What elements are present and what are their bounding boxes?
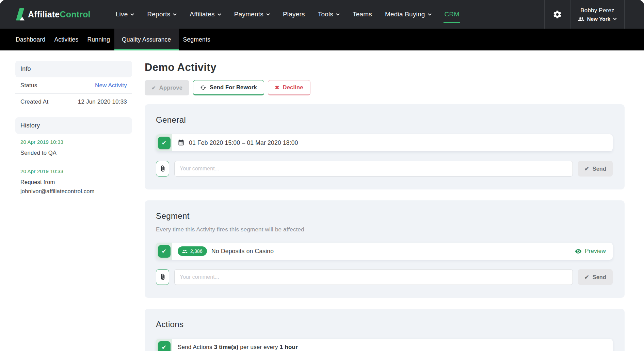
topbar-right: Bobby Perez New York xyxy=(544,0,644,29)
nav-label: Affiliates xyxy=(190,11,214,18)
send-actions-text: Send Actions3 time(s)per user every1 hou… xyxy=(178,344,300,351)
nav-item-live[interactable]: Live xyxy=(116,0,134,29)
nav-item-teams[interactable]: Teams xyxy=(353,0,372,29)
general-comment-input[interactable] xyxy=(174,161,573,177)
rework-label: Send For Rework xyxy=(210,84,257,91)
created-at-row: Created At 12 Jun 2020 10:33 xyxy=(15,94,132,110)
review-actions: ✔ Approve Send For Rework ✖ Decline xyxy=(145,80,625,95)
status-row: Status New Activity xyxy=(15,77,132,94)
general-card: General ✔ 01 Feb 2020 15:00 – 01 Mar 202… xyxy=(145,104,625,189)
check-icon: ✔ xyxy=(162,344,166,351)
decline-label: Decline xyxy=(283,84,303,91)
general-send-button[interactable]: ✔ Send xyxy=(578,161,613,177)
top-navigation-bar: AffiliateControl Live Reports Affiliates… xyxy=(0,0,644,29)
subnav-item-activities[interactable]: Activities xyxy=(50,29,83,50)
nav-label: Reports xyxy=(147,11,170,18)
approve-button[interactable]: ✔ Approve xyxy=(145,80,189,95)
activity-main: Demo Activity ✔ Approve Send For Rework … xyxy=(145,50,625,351)
send-actions-row: ✔ Send Actions3 time(s)per user every1 h… xyxy=(156,339,613,351)
nav-label: Players xyxy=(283,11,305,18)
subnav-label: Running xyxy=(87,36,110,43)
check-icon: ✔ xyxy=(162,139,166,147)
send-actions-middle: per user every xyxy=(240,344,278,350)
nav-item-crm[interactable]: CRM xyxy=(445,0,460,29)
chevron-down-icon xyxy=(266,13,270,16)
user-team: New York xyxy=(578,16,617,22)
send-for-rework-button[interactable]: Send For Rework xyxy=(193,80,264,95)
subnav-label: Quality Assurance xyxy=(122,36,171,43)
send-actions-body: Send Actions3 time(s)per user every1 hou… xyxy=(172,339,613,351)
segment-checkbox[interactable]: ✔ xyxy=(158,245,171,258)
paperclip-icon xyxy=(160,165,166,172)
nav-item-players[interactable]: Players xyxy=(283,0,305,29)
eye-icon xyxy=(575,249,582,254)
app-window: AffiliateControl Live Reports Affiliates… xyxy=(0,0,644,351)
check-icon: ✔ xyxy=(584,274,589,280)
status-value-link[interactable]: New Activity xyxy=(95,82,127,89)
brand-logo[interactable]: AffiliateControl xyxy=(15,0,91,29)
chevron-down-icon xyxy=(613,18,617,20)
nav-item-payments[interactable]: Payments xyxy=(234,0,270,29)
history-item: 20 Apr 2019 10:33 Sended to QA xyxy=(15,134,132,163)
segment-comment-row: ✔ Send xyxy=(156,269,613,285)
users-icon xyxy=(182,249,188,253)
general-card-title: General xyxy=(156,115,613,125)
user-menu[interactable]: Bobby Perez New York xyxy=(570,0,625,29)
nav-label: Tools xyxy=(318,11,333,18)
history-panel-header: History xyxy=(15,117,132,134)
date-range-text: 01 Feb 2020 15:00 – 01 Mar 2020 18:00 xyxy=(189,139,298,147)
date-range-body: 01 Feb 2020 15:00 – 01 Mar 2020 18:00 xyxy=(172,134,613,151)
history-panel: History 20 Apr 2019 10:33 Sended to QA 2… xyxy=(15,117,132,201)
segment-card-title: Segment xyxy=(156,211,613,221)
check-icon: ✔ xyxy=(584,166,589,172)
attach-file-button[interactable] xyxy=(156,269,169,285)
main-nav: Live Reports Affiliates Payments Players… xyxy=(116,0,460,29)
logo-icon xyxy=(15,8,25,21)
nav-label: Teams xyxy=(353,11,372,18)
segment-send-button[interactable]: ✔ Send xyxy=(578,269,613,285)
history-item-text: Request from johnivor@affiliatecontrol.c… xyxy=(20,178,127,196)
info-panel-header: Info xyxy=(15,61,132,77)
nav-item-affiliates[interactable]: Affiliates xyxy=(190,0,221,29)
status-label: Status xyxy=(20,82,37,89)
send-actions-checkbox[interactable]: ✔ xyxy=(158,341,171,351)
crm-sub-navigation: Dashboard Activities Running Quality Ass… xyxy=(0,29,644,50)
subnav-item-segments[interactable]: Segments xyxy=(179,29,215,50)
nav-item-media-buying[interactable]: Media Buying xyxy=(385,0,432,29)
nav-label: Payments xyxy=(234,11,263,18)
preview-label: Preview xyxy=(585,248,606,255)
subnav-item-dashboard[interactable]: Dashboard xyxy=(11,29,50,50)
chevron-down-icon xyxy=(218,13,221,16)
segment-count: 2,386 xyxy=(190,248,203,254)
page-content: Info Status New Activity Created At 12 J… xyxy=(0,50,644,351)
checkbox-cell: ✔ xyxy=(156,243,172,260)
segment-comment-input[interactable] xyxy=(174,269,573,285)
nav-label: Media Buying xyxy=(385,11,425,18)
subnav-item-quality-assurance[interactable]: Quality Assurance xyxy=(114,29,178,50)
send-label: Send xyxy=(593,166,606,172)
date-range-row: ✔ 01 Feb 2020 15:00 – 01 Mar 2020 18:00 xyxy=(156,134,613,151)
general-comment-row: ✔ Send xyxy=(156,161,613,177)
subnav-item-running[interactable]: Running xyxy=(83,29,114,50)
nav-item-reports[interactable]: Reports xyxy=(147,0,177,29)
brand-accent: Control xyxy=(60,10,90,19)
send-actions-times: 3 time(s) xyxy=(214,344,239,350)
decline-button[interactable]: ✖ Decline xyxy=(268,80,310,95)
nav-item-tools[interactable]: Tools xyxy=(318,0,340,29)
approve-label: Approve xyxy=(159,85,182,91)
attach-file-button[interactable] xyxy=(156,161,169,177)
segment-card: Segment Every time this Activity fires t… xyxy=(145,200,625,298)
send-label: Send xyxy=(593,274,606,280)
settings-button[interactable] xyxy=(544,0,570,29)
gear-icon xyxy=(553,10,562,19)
paperclip-icon xyxy=(160,274,166,280)
calendar-icon xyxy=(178,139,184,146)
check-icon: ✔ xyxy=(151,85,156,91)
nav-label: CRM xyxy=(445,11,460,18)
date-range-checkbox[interactable]: ✔ xyxy=(158,137,171,149)
send-actions-interval: 1 hour xyxy=(280,344,298,350)
segment-preview-link[interactable]: Preview xyxy=(575,248,606,255)
subnav-label: Activities xyxy=(54,36,78,43)
chevron-down-icon xyxy=(173,13,177,16)
user-team-label: New York xyxy=(587,16,611,22)
